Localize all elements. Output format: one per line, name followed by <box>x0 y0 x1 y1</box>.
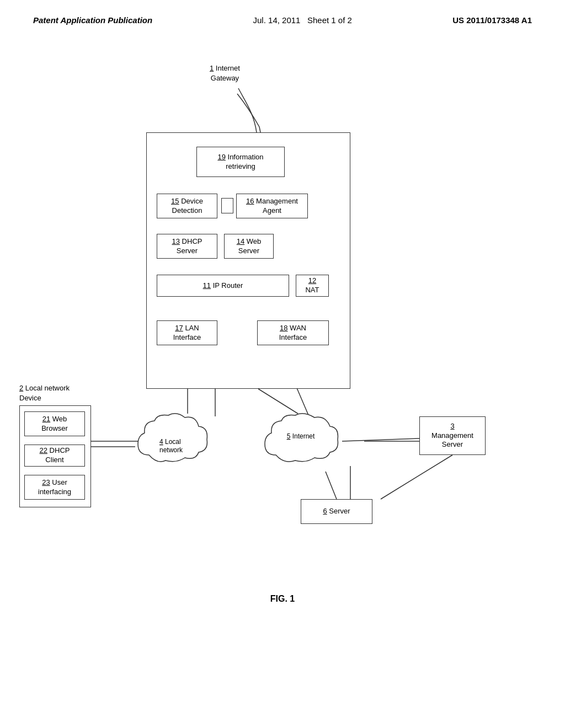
local-network-cloud: 4 Local network <box>132 411 210 472</box>
sheet-info: Sheet 1 of 2 <box>307 15 352 25</box>
local-network-device-box: 21 WebBrowser 22 DHCPClient 23 Userinter… <box>19 405 91 507</box>
date-sheet: Jul. 14, 2011 Sheet 1 of 2 <box>253 15 352 25</box>
diagram-area: 1 InternetGateway 19 Informationretrievi… <box>0 30 565 637</box>
svg-line-12 <box>326 472 337 499</box>
patent-number: US 2011/0173348 A1 <box>452 15 532 25</box>
user-interfacing-box: 23 Userinterfacing <box>24 475 85 500</box>
ip-router-box: 11 IP Router <box>157 275 289 297</box>
publication-label: Patent Application Publication <box>33 15 152 25</box>
svg-line-9 <box>258 389 298 414</box>
info-retrieving-box: 19 Informationretrieving <box>196 147 285 177</box>
management-agent-box: 16 ManagementAgent <box>236 194 308 218</box>
dhcp-client-box: 22 DHCPClient <box>24 445 85 467</box>
internet-gateway-label: 1 InternetGateway <box>210 63 240 83</box>
local-network-device-label: 2 Local networkDevice <box>19 383 70 403</box>
pub-date: Jul. 14, 2011 <box>253 15 301 25</box>
internet-cloud: 5 Internet <box>259 411 342 472</box>
main-gateway-box: 19 Informationretrieving 15 DeviceDetect… <box>146 132 350 389</box>
lan-interface-box: 17 LANInterface <box>157 320 217 345</box>
figure-label: FIG. 1 <box>270 594 295 604</box>
page-header: Patent Application Publication Jul. 14, … <box>0 0 565 25</box>
svg-text:4 Local
        network: 4 Local network <box>159 438 183 454</box>
server-box: 6 Server <box>301 499 372 524</box>
management-server-box: 3ManagementServer <box>419 416 486 455</box>
wan-interface-box: 18 WANInterface <box>257 320 329 345</box>
svg-line-11 <box>342 438 419 441</box>
svg-line-13 <box>381 455 452 499</box>
device-detection-box: 15 DeviceDetection <box>157 194 217 218</box>
web-browser-box: 21 WebBrowser <box>24 411 85 436</box>
svg-text:5 Internet: 5 Internet <box>287 432 315 440</box>
svg-line-0 <box>259 127 260 132</box>
nat-box: 12NAT <box>296 275 329 297</box>
dhcp-server-box: 13 DHCPServer <box>157 234 217 259</box>
page: Patent Application Publication Jul. 14, … <box>0 0 565 728</box>
web-server-box: 14 WebServer <box>224 234 274 259</box>
